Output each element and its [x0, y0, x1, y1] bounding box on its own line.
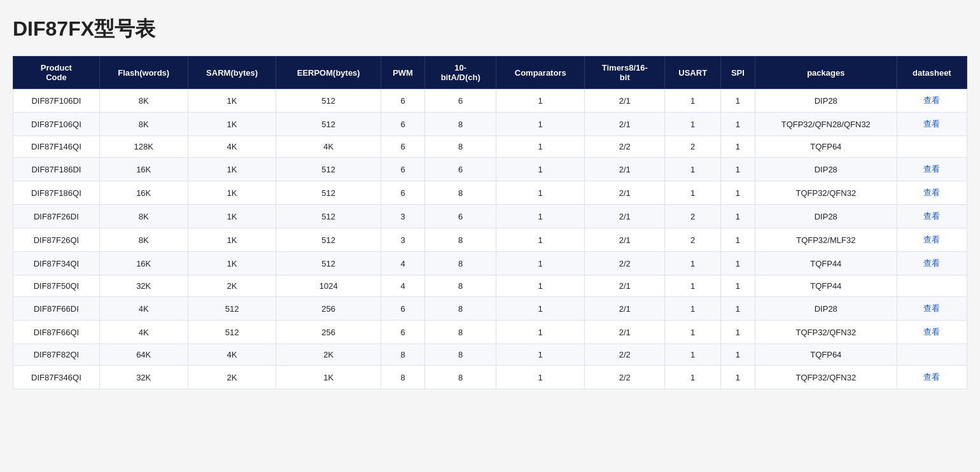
cell-usart: 1 [665, 344, 721, 366]
cell-packages: TQFP44 [755, 275, 897, 297]
cell-datasheet[interactable]: 查看 [897, 205, 967, 228]
cell-timers: 2/2 [585, 136, 665, 158]
cell-comp: 1 [496, 136, 585, 158]
cell-sarm: 1K [188, 181, 276, 205]
cell-comp: 1 [496, 228, 585, 252]
col-packages: packages [755, 57, 897, 89]
cell-packages: TQFP64 [755, 136, 897, 158]
cell-timers: 2/2 [585, 252, 665, 275]
cell-datasheet [897, 275, 967, 297]
cell-eeprom: 2K [276, 344, 381, 366]
cell-timers: 2/2 [585, 366, 665, 389]
cell-comp: 1 [496, 113, 585, 136]
cell-comp: 1 [496, 321, 585, 344]
cell-pwm: 6 [381, 136, 424, 158]
cell-eeprom: 512 [276, 228, 381, 252]
cell-flash: 4K [99, 321, 188, 344]
table-row: DIF87F146QI128K4K4K6812/221TQFP64 [13, 136, 967, 158]
cell-timers: 2/1 [585, 321, 665, 344]
cell-pwm: 8 [381, 366, 424, 389]
cell-datasheet [897, 344, 967, 366]
cell-flash: 64K [99, 344, 188, 366]
cell-datasheet[interactable]: 查看 [897, 113, 967, 136]
cell-packages: DIP28 [755, 297, 897, 321]
cell-usart: 1 [665, 321, 721, 344]
cell-pwm: 6 [381, 297, 424, 321]
cell-code: DIF87F34QI [13, 252, 100, 275]
cell-pwm: 6 [381, 181, 424, 205]
table-row: DIF87F186QI16K1K5126812/111TQFP32/QFN32查… [13, 181, 967, 205]
cell-sarm: 512 [188, 321, 276, 344]
cell-timers: 2/1 [585, 113, 665, 136]
cell-usart: 1 [665, 297, 721, 321]
cell-pwm: 4 [381, 252, 424, 275]
cell-pwm: 8 [381, 344, 424, 366]
cell-timers: 2/1 [585, 158, 665, 181]
cell-packages: TQFP64 [755, 344, 897, 366]
cell-adc: 8 [425, 321, 496, 344]
cell-packages: DIP28 [755, 89, 897, 113]
cell-timers: 2/1 [585, 275, 665, 297]
cell-sarm: 2K [188, 275, 276, 297]
cell-sarm: 4K [188, 136, 276, 158]
cell-datasheet[interactable]: 查看 [897, 89, 967, 113]
cell-sarm: 1K [188, 113, 276, 136]
cell-eeprom: 4K [276, 136, 381, 158]
col-adc: 10-bitA/D(ch) [425, 57, 496, 89]
cell-adc: 8 [425, 181, 496, 205]
col-sarm: SARM(bytes) [188, 57, 276, 89]
table-row: DIF87F34QI16K1K5124812/211TQFP44查看 [13, 252, 967, 275]
cell-adc: 8 [425, 366, 496, 389]
cell-datasheet[interactable]: 查看 [897, 181, 967, 205]
cell-comp: 1 [496, 89, 585, 113]
cell-datasheet[interactable]: 查看 [897, 252, 967, 275]
cell-timers: 2/2 [585, 344, 665, 366]
cell-comp: 1 [496, 205, 585, 228]
cell-comp: 1 [496, 252, 585, 275]
cell-datasheet[interactable]: 查看 [897, 228, 967, 252]
cell-spi: 1 [721, 158, 755, 181]
cell-eeprom: 512 [276, 158, 381, 181]
cell-sarm: 1K [188, 205, 276, 228]
cell-code: DIF87F146QI [13, 136, 100, 158]
cell-code: DIF87F186DI [13, 158, 100, 181]
cell-code: DIF87F50QI [13, 275, 100, 297]
cell-datasheet[interactable]: 查看 [897, 297, 967, 321]
cell-pwm: 4 [381, 275, 424, 297]
col-eeprom: EERPOM(bytes) [276, 57, 381, 89]
col-spi: SPI [721, 57, 755, 89]
table-row: DIF87F82QI64K4K2K8812/211TQFP64 [13, 344, 967, 366]
cell-code: DIF87F66QI [13, 321, 100, 344]
cell-comp: 1 [496, 275, 585, 297]
cell-sarm: 512 [188, 297, 276, 321]
table-row: DIF87F346QI32K2K1K8812/211TQFP32/QFN32查看 [13, 366, 967, 389]
cell-datasheet[interactable]: 查看 [897, 158, 967, 181]
cell-comp: 1 [496, 366, 585, 389]
cell-spi: 1 [721, 275, 755, 297]
cell-sarm: 1K [188, 89, 276, 113]
cell-pwm: 6 [381, 321, 424, 344]
cell-pwm: 6 [381, 158, 424, 181]
col-flash: Flash(words) [99, 57, 188, 89]
cell-eeprom: 512 [276, 181, 381, 205]
cell-adc: 8 [425, 228, 496, 252]
table-header-row: ProductCode Flash(words) SARM(bytes) EER… [13, 57, 967, 89]
cell-spi: 1 [721, 228, 755, 252]
cell-usart: 1 [665, 89, 721, 113]
cell-datasheet[interactable]: 查看 [897, 321, 967, 344]
cell-datasheet[interactable]: 查看 [897, 366, 967, 389]
cell-adc: 8 [425, 275, 496, 297]
cell-timers: 2/1 [585, 297, 665, 321]
cell-flash: 128K [99, 136, 188, 158]
col-usart: USART [665, 57, 721, 89]
cell-pwm: 6 [381, 113, 424, 136]
table-row: DIF87F66DI4K5122566812/111DIP28查看 [13, 297, 967, 321]
cell-spi: 1 [721, 181, 755, 205]
cell-usart: 1 [665, 181, 721, 205]
product-table: ProductCode Flash(words) SARM(bytes) EER… [13, 56, 967, 389]
cell-spi: 1 [721, 321, 755, 344]
cell-timers: 2/1 [585, 205, 665, 228]
cell-adc: 6 [425, 89, 496, 113]
cell-usart: 2 [665, 228, 721, 252]
cell-timers: 2/1 [585, 181, 665, 205]
